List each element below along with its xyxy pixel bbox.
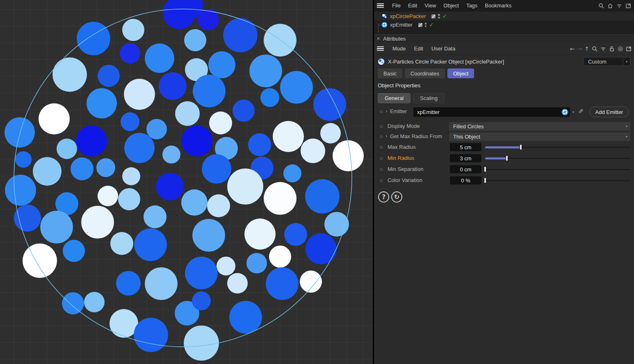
lock-icon[interactable] <box>609 46 615 52</box>
back-arrow-icon[interactable]: ← <box>570 46 575 52</box>
packed-circle <box>162 146 180 164</box>
packed-circle <box>223 18 258 52</box>
hamburger-menu-icon[interactable] <box>377 46 384 51</box>
filter-icon[interactable] <box>616 2 622 9</box>
packed-circle <box>120 43 140 64</box>
menu-edit[interactable]: Edit <box>410 46 427 52</box>
subtab-scaling[interactable]: Scaling <box>413 93 445 103</box>
keyframe-diamond-icon[interactable]: ◇ <box>380 124 383 128</box>
viewport-canvas[interactable] <box>0 0 373 364</box>
slider-handle[interactable] <box>484 166 486 172</box>
record-icon[interactable]: ◎ <box>618 46 623 52</box>
tab-basic[interactable]: Basic <box>378 68 402 78</box>
object-row-xpcirclepacker[interactable]: xpCirclePacker ✓ <box>374 12 634 20</box>
min-radius-slider[interactable] <box>485 154 630 162</box>
display-mode-row: ◇ Display Mode Filled Circles ▾ <box>374 122 634 131</box>
packed-circle <box>227 168 263 205</box>
packed-circle <box>264 24 296 57</box>
attributes-title: Attributes <box>383 36 406 42</box>
tab-coordinates[interactable]: Coordinates <box>405 68 445 78</box>
checkmark-icon[interactable]: ✓ <box>429 22 433 28</box>
menu-object[interactable]: Object <box>440 2 463 9</box>
home-icon[interactable] <box>607 2 613 9</box>
keyframe-diamond-icon[interactable]: ◇ <box>380 134 383 139</box>
packed-circle <box>98 186 118 206</box>
packed-circle <box>110 232 133 255</box>
menu-file[interactable]: File <box>388 2 404 9</box>
menu-tags[interactable]: Tags <box>463 2 481 9</box>
expander-icon[interactable]: › <box>385 133 388 139</box>
hamburger-menu-icon[interactable] <box>377 3 384 8</box>
packed-circle <box>52 57 87 92</box>
preset-dropdown[interactable]: Custom ▾ <box>583 57 630 66</box>
search-icon[interactable] <box>598 2 604 9</box>
emitter-field[interactable]: xpEmitter <box>413 107 570 117</box>
packed-circle <box>313 88 346 121</box>
filter-icon[interactable] <box>600 46 607 52</box>
keyframe-diamond-icon[interactable]: ◇ <box>380 178 383 182</box>
forward-arrow-icon[interactable]: → <box>577 46 582 52</box>
min-radius-value[interactable]: 3 cm <box>450 154 481 162</box>
packed-circle <box>306 233 337 264</box>
object-row-xpemitter[interactable]: xpEmitter ✓ <box>374 20 634 29</box>
reset-icon[interactable]: ↻ <box>391 191 402 202</box>
object-name[interactable]: xpCirclePacker <box>390 13 426 19</box>
object-name[interactable]: xpEmitter <box>390 22 413 28</box>
menu-mode[interactable]: Mode <box>388 46 410 52</box>
min-separation-value[interactable]: 0 cm <box>450 165 481 173</box>
keyframe-diamond-icon[interactable]: ◇ <box>380 156 383 160</box>
color-variation-value[interactable]: 0 % <box>450 176 481 184</box>
packed-circle <box>248 133 271 156</box>
popout-icon[interactable] <box>625 2 631 9</box>
packed-circle <box>71 157 94 180</box>
close-icon[interactable]: ✕ <box>376 36 380 41</box>
tab-object[interactable]: Object <box>447 68 474 78</box>
popout-icon[interactable] <box>625 46 632 52</box>
packed-circle <box>208 51 235 78</box>
max-radius-value[interactable]: 5 cm <box>450 143 481 151</box>
menu-view[interactable]: View <box>421 2 440 9</box>
min-separation-slider[interactable] <box>485 165 630 173</box>
search-icon[interactable] <box>592 46 598 52</box>
enable-toggle-icon[interactable] <box>418 23 422 27</box>
chevron-down-icon[interactable]: ▾ <box>572 110 574 114</box>
menu-bookmarks[interactable]: Bookmarks <box>481 2 515 9</box>
packed-circle <box>76 125 107 157</box>
packed-circle <box>333 140 364 171</box>
color-variation-slider[interactable] <box>485 176 630 184</box>
keyframe-diamond-icon[interactable]: ◇ <box>380 167 383 171</box>
emitter-icon <box>381 22 388 28</box>
subtab-general[interactable]: General <box>378 93 411 103</box>
get-max-radius-dropdown[interactable]: This Object ▾ <box>449 132 630 141</box>
slider-handle[interactable] <box>506 155 508 161</box>
display-mode-dropdown[interactable]: Filled Circles ▾ <box>449 122 630 131</box>
expander-icon[interactable]: › <box>385 108 388 114</box>
checkmark-icon[interactable]: ✓ <box>442 13 447 19</box>
packed-circle <box>81 206 114 239</box>
enable-toggle-icon[interactable] <box>431 14 436 18</box>
packed-circle <box>124 133 155 163</box>
menu-user-data[interactable]: User Data <box>427 46 460 52</box>
max-radius-slider[interactable] <box>485 143 630 151</box>
pick-pen-icon[interactable]: ✎ <box>578 108 584 115</box>
help-icon[interactable]: ? <box>378 191 389 202</box>
packed-circle <box>202 154 231 184</box>
max-radius-label: Max Radius <box>388 144 416 150</box>
packed-circle <box>184 325 219 361</box>
3d-viewport[interactable] <box>0 0 373 364</box>
slider-handle[interactable] <box>484 177 486 183</box>
visibility-dots-icon[interactable] <box>425 23 427 27</box>
packed-circle <box>14 205 41 232</box>
right-panel: File Edit View Object Tags Bookmarks <box>374 0 634 364</box>
slider-handle[interactable] <box>520 144 522 150</box>
add-emitter-button[interactable]: Add Emitter <box>589 107 629 117</box>
visibility-dots-icon[interactable] <box>438 14 440 18</box>
packed-circle <box>227 273 248 293</box>
packed-circle <box>33 157 62 186</box>
up-arrow-icon[interactable]: ↑ <box>584 46 589 52</box>
keyframe-diamond-icon[interactable]: ◇ <box>380 109 383 114</box>
keyframe-diamond-icon[interactable]: ◇ <box>380 145 383 149</box>
menu-edit[interactable]: Edit <box>404 2 421 9</box>
packed-circle <box>217 257 235 275</box>
packed-circle <box>192 219 225 252</box>
